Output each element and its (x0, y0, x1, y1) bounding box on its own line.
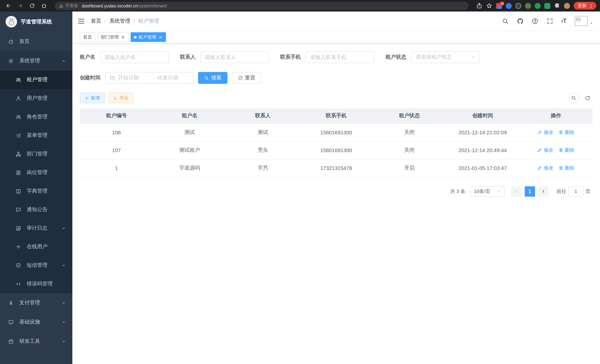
sidebar-logo[interactable]: 芋道管理系统 (0, 11, 72, 32)
delete-link[interactable]: 删除 (559, 129, 575, 136)
help-icon[interactable] (532, 18, 538, 24)
refresh-icon (238, 75, 243, 80)
share-icon[interactable] (476, 3, 482, 9)
filter-contact: 联系人 (180, 51, 269, 63)
edit-link[interactable]: 修改 (537, 165, 553, 171)
filter-form-row-2: 创建时间 开始日期 - 结束日期 搜索 重置 (80, 72, 593, 84)
sidebar-item-audit[interactable]: 审计日志 (0, 219, 72, 237)
sidebar-collapse-icon[interactable] (77, 17, 85, 25)
reset-button[interactable]: 重置 (232, 72, 261, 84)
edit-link[interactable]: 修改 (537, 129, 553, 136)
sidebar-item-role[interactable]: 角色管理 (0, 108, 72, 126)
sidebar-item-infra[interactable]: 基础设施 (0, 312, 72, 332)
sidebar-item-notice[interactable]: 通知公告 (0, 200, 72, 219)
sidebar-item-pay[interactable]: 支付管理 (0, 293, 72, 312)
chevron-down-icon (62, 263, 66, 267)
goto-page-input[interactable] (568, 186, 583, 196)
main-area: 首页 / 系统管理 / 租户管理 tT (72, 11, 600, 364)
sidebar-item-online[interactable]: 在线用户 (0, 237, 72, 256)
search-button[interactable]: 搜索 (198, 72, 227, 84)
sidebar-item-errcode[interactable]: 错误码管理 (0, 275, 72, 293)
edit-icon (537, 130, 542, 135)
github-icon[interactable] (517, 18, 524, 24)
reset-button-label: 重置 (245, 75, 255, 81)
refresh-icon (585, 95, 590, 101)
sidebar-item-home[interactable]: 首页 (0, 32, 72, 51)
page-size-select[interactable]: 10条/页 (470, 186, 505, 196)
sidebar-item-user[interactable]: 用户管理 (0, 89, 72, 108)
extension-icon[interactable]: 10 (496, 3, 502, 9)
fullscreen-icon[interactable] (547, 18, 553, 24)
sidebar-item-label: 首页 (19, 38, 66, 45)
phone-input[interactable] (310, 54, 370, 60)
delete-link[interactable]: 删除 (559, 165, 575, 171)
table-row: 1芋道源码芋艿17321315478开启2021-01-05 17:03:47修… (80, 159, 593, 177)
export-button-label: 导出 (120, 95, 128, 101)
table-row: 108测试测试15601691300关闭2021-12-14 21:02:09修… (80, 123, 593, 141)
extension-icon[interactable] (535, 3, 541, 9)
caret-down-icon (590, 21, 593, 25)
sidebar-item-label: 研发工具 (19, 338, 62, 345)
delete-link[interactable]: 删除 (559, 147, 575, 154)
chevron-down-icon (62, 226, 66, 230)
cell-name: 测试 (153, 123, 226, 141)
extensions-puzzle-icon[interactable] (554, 3, 560, 9)
sidebar-item-system[interactable]: 系统管理 (0, 51, 72, 71)
calendar-icon (110, 75, 115, 81)
next-page-button[interactable] (538, 186, 548, 196)
toggle-search-button[interactable] (568, 93, 579, 103)
address-bar[interactable]: 不安全 dashboard.yudao.iocoder.cn/system/te… (55, 2, 469, 10)
browser-forward-button[interactable] (16, 1, 25, 10)
prev-page-button[interactable] (511, 186, 522, 196)
pagination: 共 3 条 10条/页 1 前往 页 (80, 186, 593, 196)
browser-menu-kebab-icon[interactable] (589, 3, 594, 8)
cell-actions: 修改删除 (519, 141, 593, 159)
column-header: 租户状态 (373, 108, 446, 123)
contact-input[interactable] (205, 54, 264, 60)
browser-home-button[interactable] (39, 1, 48, 10)
tab-dept[interactable]: 部门管理 (98, 32, 128, 42)
extension-icon[interactable] (544, 3, 550, 9)
edit-link[interactable]: 修改 (537, 147, 553, 154)
browser-back-button[interactable] (4, 1, 13, 10)
tab-home[interactable]: 首页 (80, 32, 95, 42)
column-header: 联系手机 (300, 108, 373, 123)
breadcrumb-item[interactable]: 首页 (91, 18, 101, 24)
header-search-icon[interactable] (502, 18, 509, 24)
sidebar-item-tenant[interactable]: 租户管理 (0, 71, 72, 89)
extension-icon[interactable] (506, 3, 512, 9)
bookmark-star-icon[interactable] (486, 3, 492, 9)
sidebar-item-sms[interactable]: 短信管理 (0, 256, 72, 275)
chevron-right-icon (541, 189, 545, 194)
close-icon[interactable] (159, 35, 162, 39)
export-button[interactable]: 导出 (108, 93, 133, 103)
sidebar-item-dict[interactable]: 字典管理 (0, 182, 72, 200)
field-label: 创建时间 (80, 75, 101, 81)
breadcrumb-item[interactable]: 系统管理 (110, 18, 130, 24)
add-button[interactable]: 新增 (80, 93, 105, 103)
extension-icon[interactable] (525, 3, 531, 9)
cell-contact: 秃头 (226, 141, 300, 159)
user-avatar-dropdown[interactable] (575, 16, 593, 26)
breadcrumb-current: 租户管理 (138, 18, 159, 24)
font-size-icon[interactable]: tT (562, 18, 567, 25)
tab-tenant[interactable]: 租户管理 (131, 32, 166, 42)
sidebar-item-tool[interactable]: 研发工具 (0, 332, 72, 351)
sidebar-item-menu[interactable]: 菜单管理 (0, 126, 72, 145)
menu-icon (16, 133, 21, 138)
sidebar-item-post[interactable]: 岗位管理 (0, 163, 72, 182)
profile-avatar-icon[interactable] (564, 3, 570, 9)
tenant-name-input[interactable] (105, 54, 164, 60)
tab-label: 部门管理 (101, 34, 119, 40)
date-range-picker[interactable]: 开始日期 - 结束日期 (105, 72, 194, 84)
refresh-table-button[interactable] (582, 93, 593, 103)
browser-reload-button[interactable] (28, 1, 36, 10)
delete-icon (559, 166, 563, 170)
page-number-button[interactable]: 1 (525, 186, 535, 196)
extension-icon[interactable] (516, 3, 521, 9)
browser-update-button[interactable]: 更新 (574, 2, 596, 10)
sidebar-item-dept[interactable]: 部门管理 (0, 145, 72, 163)
role-icon (16, 114, 21, 120)
close-icon[interactable] (121, 35, 125, 39)
status-select[interactable]: 请选择租户状态 (411, 51, 480, 63)
